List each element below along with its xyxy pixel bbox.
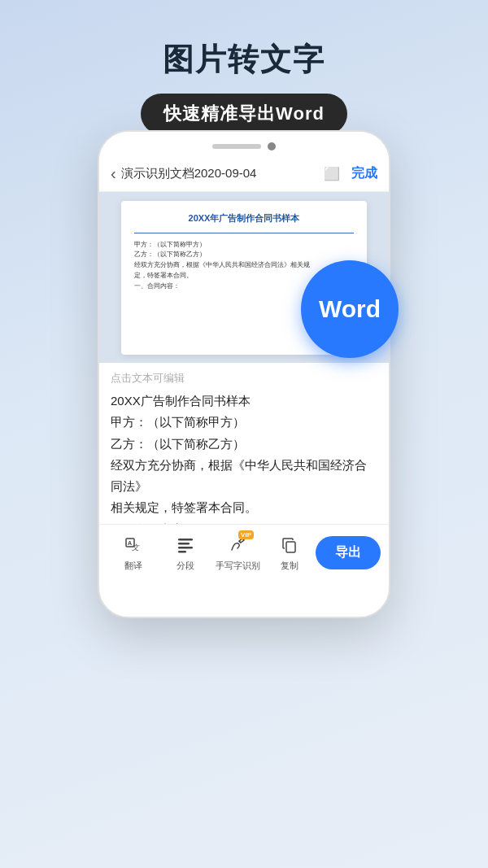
phone-toolbar: A 文 翻译 [99, 524, 389, 581]
doc-paper-divider [134, 233, 355, 233]
notch-dot [268, 142, 276, 150]
word-badge: Word [301, 260, 399, 358]
notch-bar [212, 144, 261, 149]
svg-text:文: 文 [132, 543, 140, 552]
back-icon[interactable]: ‹ [111, 164, 116, 183]
translate-icon: A 文 [122, 534, 145, 556]
handwriting-label: 手写字识别 [216, 560, 260, 572]
text-line-jia: 甲方：（以下简称甲方） [111, 412, 377, 433]
toolbar-paragraph[interactable]: 分段 [159, 534, 211, 572]
doc-title-text: 演示识别文档2020-09-04 [121, 166, 324, 181]
handwriting-icon: VIP [226, 534, 249, 556]
copy-label: 复制 [281, 560, 298, 572]
text-line-hetong: 一、合同内容： [111, 519, 377, 525]
phone-notch [99, 132, 389, 156]
text-line-xianggui: 相关规定，特签署本合同。 [111, 497, 377, 518]
phone-body: 20XX年广告制作合同书样本 甲方：（以下简称甲方） 乙方：（以下简称乙方） 经… [99, 192, 389, 524]
svg-rect-7 [286, 542, 295, 552]
doc-paper-title: 20XX年广告制作合同书样本 [134, 212, 355, 225]
text-line-yi: 乙方：（以下简称乙方） [111, 434, 377, 455]
export-button[interactable]: 导出 [316, 536, 381, 569]
paragraph-icon [174, 534, 197, 556]
doc-line-1: 甲方：（以下简称甲方） [134, 240, 355, 251]
text-line-jingfs: 经双方充分协商，根据《中华人民共和国经济合同法》 [111, 455, 377, 498]
text-content-area[interactable]: 点击文本可编辑 20XX广告制作合同书样本 甲方：（以下简称甲方） 乙方：（以下… [99, 363, 389, 524]
top-section: 图片转文字 快速精准导出Word [0, 0, 488, 150]
svg-rect-5 [178, 547, 193, 549]
main-title: 图片转文字 [0, 39, 488, 81]
copy-icon [278, 534, 301, 556]
phone-frame: ‹ 演示识别文档2020-09-04 ⬜ 完成 20XX年广告制作合同书样本 甲… [98, 130, 390, 618]
svg-rect-4 [178, 543, 190, 545]
toolbar-translate[interactable]: A 文 翻译 [107, 534, 159, 572]
translate-label: 翻译 [124, 560, 142, 572]
svg-rect-3 [178, 539, 193, 541]
editable-hint: 点击文本可编辑 [111, 371, 377, 386]
extracted-text: 20XX广告制作合同书样本 甲方：（以下简称甲方） 乙方：（以下简称乙方） 经双… [111, 390, 377, 524]
paragraph-label: 分段 [176, 560, 194, 572]
toolbar-handwriting[interactable]: VIP 手写字识别 [211, 534, 264, 572]
svg-rect-6 [178, 551, 186, 553]
subtitle-pill: 快速精准导出Word [141, 94, 347, 134]
done-button[interactable]: 完成 [351, 165, 377, 182]
doc-line-2: 乙方：（以下简称乙方） [134, 250, 355, 260]
phone-header: ‹ 演示识别文档2020-09-04 ⬜ 完成 [99, 156, 389, 192]
vip-badge: VIP [238, 530, 254, 539]
export-square-icon[interactable]: ⬜ [324, 166, 340, 181]
toolbar-copy[interactable]: 复制 [264, 534, 316, 572]
phone-mockup: Word ‹ 演示识别文档2020-09-04 ⬜ 完成 20XX年广告制作合同… [98, 130, 390, 716]
phone-content: ‹ 演示识别文档2020-09-04 ⬜ 完成 20XX年广告制作合同书样本 甲… [99, 156, 389, 581]
text-line-title: 20XX广告制作合同书样本 [111, 390, 377, 412]
